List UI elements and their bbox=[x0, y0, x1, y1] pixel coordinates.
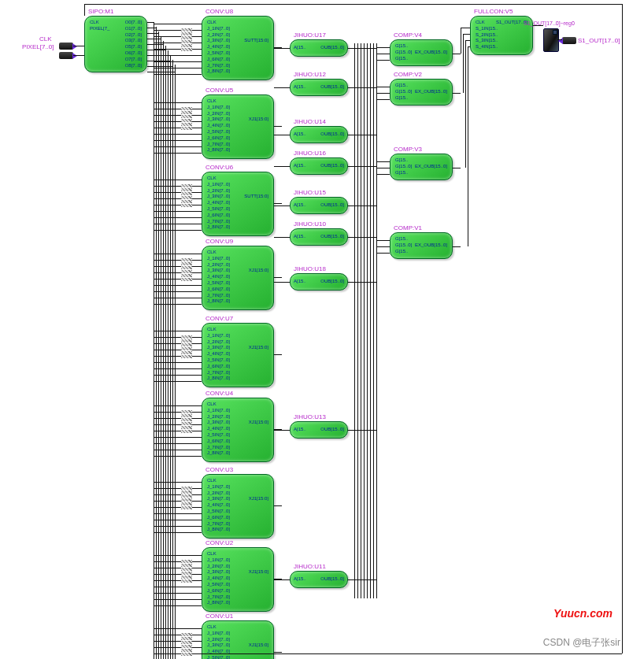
bus-marker bbox=[181, 184, 192, 207]
bus-marker bbox=[181, 633, 192, 656]
bus-marker bbox=[181, 560, 192, 583]
watermark: Yuucn.com bbox=[553, 607, 613, 620]
bus-marker bbox=[181, 258, 192, 281]
wire-layer bbox=[0, 0, 644, 659]
bus-marker bbox=[181, 107, 192, 130]
footer: CSDN @电子张sir bbox=[543, 636, 620, 650]
bus-marker bbox=[181, 335, 192, 358]
bus-marker bbox=[181, 28, 192, 51]
bus-marker bbox=[181, 410, 192, 433]
bus-marker bbox=[181, 487, 192, 509]
